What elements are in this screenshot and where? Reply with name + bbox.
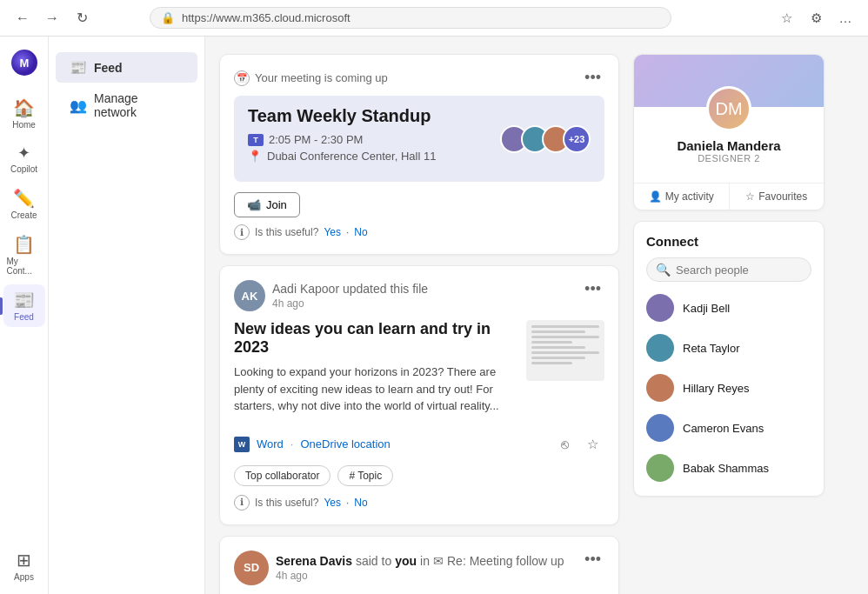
nav-item-create[interactable]: ✏️ Create — [3, 183, 45, 225]
nav-label-apps: Apps — [14, 572, 34, 582]
meeting-card-header: 📅 Your meeting is coming up ••• — [234, 69, 604, 87]
tag-top-collaborator[interactable]: Top collaborator — [234, 465, 331, 486]
refresh-button[interactable]: ↻ — [70, 6, 94, 30]
message-recipient: you — [395, 554, 417, 568]
search-people-input[interactable] — [676, 264, 822, 277]
meeting-banner-left: Team Weekly Standup T 2:05 PM - 2:30 PM … — [248, 106, 436, 171]
message-channel-link[interactable]: Re: Meeting follow up — [447, 554, 564, 568]
nav-item-apps[interactable]: ⊞ Apps — [3, 544, 45, 587]
favorites-icon[interactable]: ☆ — [774, 6, 798, 30]
post-file-type[interactable]: Word — [257, 437, 284, 451]
connect-people-list: Kadji Bell Reta Taylor Hillary Reyes Cam… — [646, 292, 811, 484]
share-button[interactable]: ⎋ — [552, 432, 577, 457]
post-author: AK Aadi Kapoor updated this file 4h ago — [234, 280, 428, 311]
address-bar[interactable]: 🔒 https://www.m365.cloud.microsoft — [150, 7, 671, 29]
doc-line-5 — [531, 346, 585, 349]
person-item-2[interactable]: Hillary Reyes — [646, 372, 811, 404]
post-file-location[interactable]: OneDrive location — [300, 437, 390, 451]
sidebar-manage-label: Manage network — [94, 91, 184, 119]
my-content-icon: 📋 — [13, 234, 35, 255]
person-item-4[interactable]: Babak Shammas — [646, 452, 811, 484]
forward-button[interactable]: → — [40, 6, 64, 30]
right-panel: DM Daniela Mandera DESIGNER 2 👤 My activ… — [633, 54, 825, 577]
sidebar-feed-label: Feed — [94, 61, 123, 75]
person-item-1[interactable]: Reta Taylor — [646, 332, 811, 364]
join-button[interactable]: 📹 Join — [234, 192, 300, 217]
word-icon: W — [234, 437, 250, 452]
nav-item-home[interactable]: 🏠 Home — [3, 92, 45, 135]
post-more-button[interactable]: ••• — [581, 280, 604, 298]
browser-nav-buttons: ← → ↻ — [10, 6, 94, 30]
copilot-icon: ✦ — [17, 143, 30, 163]
profile-info: DM Daniela Mandera DESIGNER 2 — [634, 107, 824, 183]
nav-item-my-content[interactable]: 📋 My Cont... — [3, 229, 45, 281]
menu-icon[interactable]: … — [833, 6, 858, 30]
left-nav: M 🏠 Home ✦ Copilot ✏️ Create 📋 My Cont..… — [0, 37, 49, 594]
nav-item-feed[interactable]: 📰 Feed — [3, 284, 45, 327]
nav-item-copilot[interactable]: ✦ Copilot — [3, 138, 45, 179]
message-header: SD Serena Davis said to you in ✉ Re: Mee… — [234, 551, 604, 585]
feed-column: 📅 Your meeting is coming up ••• Team Wee… — [219, 54, 619, 577]
connect-card: Connect 🔍 Kadji Bell Reta Taylor — [633, 221, 825, 497]
url-text: https://www.m365.cloud.microsoft — [182, 11, 351, 24]
settings-icon[interactable]: ⚙ — [804, 6, 828, 30]
meeting-avatars: +23 — [500, 125, 591, 153]
profile-nav: 👤 My activity ☆ Favourites — [634, 183, 824, 210]
post-title: New ideas you can learn and try in 2023 — [234, 320, 516, 357]
person-name-2: Hillary Reyes — [683, 382, 750, 395]
person-avatar-3 — [646, 414, 674, 442]
profile-avatar-wrap: DM — [706, 86, 751, 131]
meeting-banner: Team Weekly Standup T 2:05 PM - 2:30 PM … — [234, 96, 604, 182]
nav-label-copilot: Copilot — [10, 164, 37, 174]
person-item-0[interactable]: Kadji Bell — [646, 292, 811, 324]
post-yes-link[interactable]: Yes — [324, 497, 341, 509]
nav-label-feed: Feed — [14, 312, 34, 322]
sidebar-item-feed[interactable]: 📰 Feed — [56, 52, 197, 83]
profile-favourites-button[interactable]: ☆ Favourites — [730, 184, 825, 210]
post-header: AK Aadi Kapoor updated this file 4h ago … — [234, 280, 604, 311]
main-content: 📅 Your meeting is coming up ••• Team Wee… — [205, 37, 868, 594]
message-author-avatar: SD — [234, 551, 269, 585]
doc-preview — [526, 320, 604, 370]
message-author-info: Serena Davis said to you in ✉ Re: Meetin… — [276, 554, 564, 582]
doc-line-2 — [531, 330, 585, 333]
post-body: Looking to expand your horizons in 2023?… — [234, 364, 516, 415]
meeting-location: 📍 Dubai Conference Center, Hall 11 — [248, 150, 436, 163]
app-logo[interactable]: M — [3, 43, 45, 82]
location-icon: 📍 — [248, 150, 262, 163]
meeting-more-button[interactable]: ••• — [581, 69, 604, 87]
post-author-info: Aadi Kapoor updated this file 4h ago — [272, 282, 428, 310]
post-no-link[interactable]: No — [354, 497, 367, 509]
doc-line-8 — [531, 362, 572, 364]
message-said-to: Serena Davis said to you in ✉ Re: Meetin… — [276, 554, 564, 568]
sidebar-item-manage-network[interactable]: 👥 Manage network — [56, 84, 197, 126]
connect-search-box[interactable]: 🔍 — [646, 257, 811, 282]
connect-title: Connect — [646, 234, 811, 249]
person-avatar-1 — [646, 334, 674, 362]
meeting-no-link[interactable]: No — [354, 226, 367, 238]
message-card: SD Serena Davis said to you in ✉ Re: Mee… — [219, 536, 619, 595]
meeting-yes-link[interactable]: Yes — [324, 226, 341, 238]
meeting-card: 📅 Your meeting is coming up ••• Team Wee… — [219, 54, 619, 255]
create-icon: ✏️ — [13, 188, 35, 209]
meeting-time: T 2:05 PM - 2:30 PM — [248, 133, 436, 146]
app-container: M 🏠 Home ✦ Copilot ✏️ Create 📋 My Cont..… — [0, 37, 868, 594]
home-icon: 🏠 — [13, 97, 35, 118]
person-item-3[interactable]: Cameron Evans — [646, 412, 811, 444]
back-button[interactable]: ← — [10, 6, 35, 30]
bookmark-button[interactable]: ☆ — [580, 432, 604, 457]
profile-card: DM Daniela Mandera DESIGNER 2 👤 My activ… — [633, 54, 825, 210]
message-author: SD Serena Davis said to you in ✉ Re: Mee… — [234, 551, 564, 585]
person-avatar-4 — [646, 454, 674, 482]
tag-topic[interactable]: # Topic — [337, 465, 393, 486]
post-file-row: W Word · OneDrive location ⎋ ☆ — [234, 432, 604, 457]
nav-label-create: Create — [10, 210, 37, 220]
meeting-header-left: 📅 Your meeting is coming up — [234, 70, 388, 86]
person-name-0: Kadji Bell — [683, 302, 730, 315]
sidebar: 📰 Feed 👥 Manage network — [49, 37, 205, 594]
join-icon: 📹 — [247, 198, 261, 211]
message-more-button[interactable]: ••• — [581, 551, 604, 569]
profile-activity-button[interactable]: 👤 My activity — [634, 184, 730, 210]
browser-actions: ☆ ⚙ … — [774, 6, 858, 30]
post-author-name: Aadi Kapoor updated this file — [272, 282, 428, 296]
